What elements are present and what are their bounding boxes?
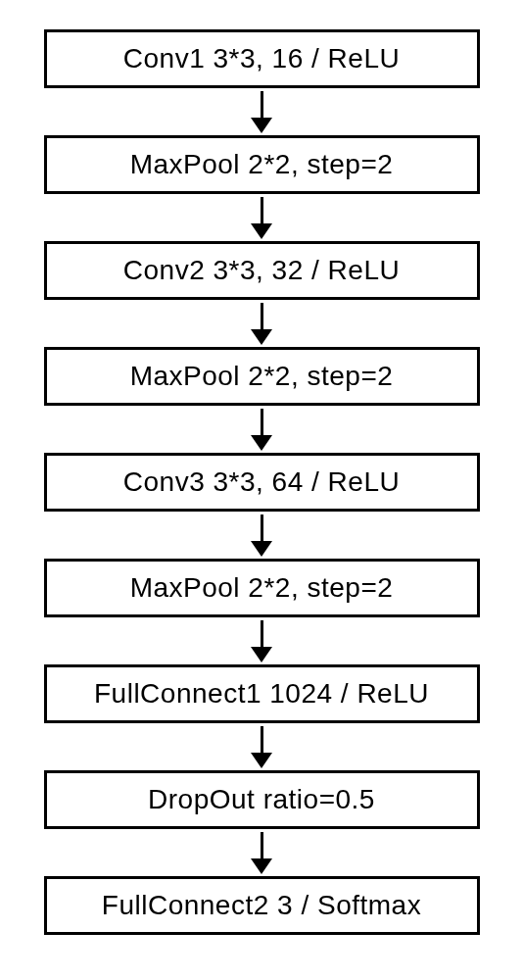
arrow-down-icon [251,829,272,876]
layer-fullconnect2: FullConnect2 3 / Softmax [44,876,480,935]
arrow-down-icon [251,406,272,453]
layer-maxpool1: MaxPool 2*2, step=2 [44,135,480,194]
layer-label: Conv3 3*3, 64 / ReLU [123,466,400,498]
layer-maxpool3: MaxPool 2*2, step=2 [44,559,480,617]
layer-conv3: Conv3 3*3, 64 / ReLU [44,453,480,512]
layer-fullconnect1: FullConnect1 1024 / ReLU [44,664,480,723]
layer-conv2: Conv2 3*3, 32 / ReLU [44,241,480,300]
layer-maxpool2: MaxPool 2*2, step=2 [44,347,480,406]
arrow-down-icon [251,617,272,664]
layer-label: MaxPool 2*2, step=2 [130,149,394,180]
layer-conv1: Conv1 3*3, 16 / ReLU [44,29,480,88]
layer-label: Conv1 3*3, 16 / ReLU [123,43,400,74]
layer-label: MaxPool 2*2, step=2 [130,361,394,392]
arrow-down-icon [251,723,272,770]
layer-label: FullConnect2 3 / Softmax [102,890,421,921]
arrow-down-icon [251,300,272,347]
layer-label: DropOut ratio=0.5 [148,784,375,815]
layer-label: FullConnect1 1024 / ReLU [94,678,429,710]
arrow-down-icon [251,194,272,241]
arrow-down-icon [251,512,272,559]
arrow-down-icon [251,88,272,135]
layer-label: MaxPool 2*2, step=2 [130,572,394,604]
layer-label: Conv2 3*3, 32 / ReLU [123,255,400,286]
layer-dropout: DropOut ratio=0.5 [44,770,480,829]
